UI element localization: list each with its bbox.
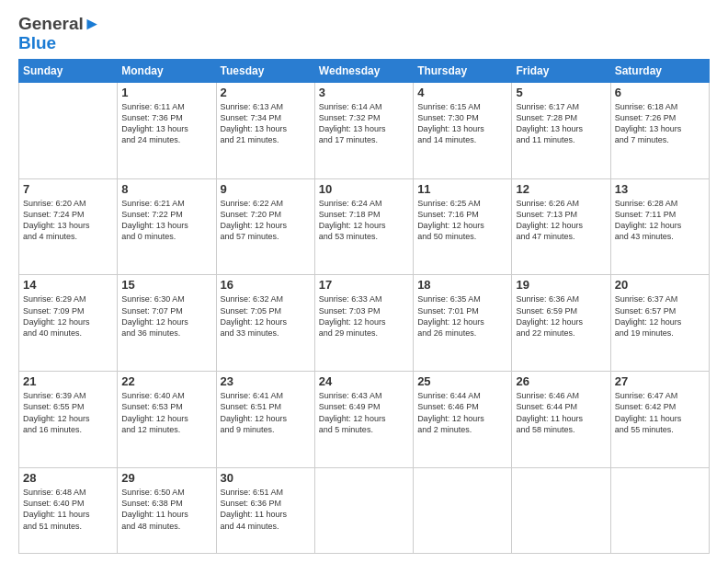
daylight-hours: Sunrise: 6:37 AM Sunset: 6:57 PM Dayligh… [615,293,705,339]
table-row [512,468,610,554]
day-number: 10 [319,182,409,196]
table-row: 1Sunrise: 6:11 AM Sunset: 7:36 PM Daylig… [118,82,216,178]
day-number: 5 [516,86,606,99]
daylight-hours: Sunrise: 6:50 AM Sunset: 6:38 PM Dayligh… [121,487,211,532]
table-row: 28Sunrise: 6:48 AM Sunset: 6:40 PM Dayli… [19,468,118,554]
col-saturday: Saturday [610,59,709,82]
table-row: 11Sunrise: 6:25 AM Sunset: 7:16 PM Dayli… [414,178,512,275]
col-tuesday: Tuesday [216,59,314,82]
day-number: 2 [221,86,311,99]
table-row: 19Sunrise: 6:36 AM Sunset: 6:59 PM Dayli… [512,275,610,372]
calendar-row-1: 7Sunrise: 6:20 AM Sunset: 7:24 PM Daylig… [19,178,710,275]
logo-line1: General► [18,15,101,34]
day-header-row: Sunday Monday Tuesday Wednesday Thursday… [19,59,710,82]
table-row [314,468,413,554]
day-number: 13 [615,182,705,196]
table-row: 17Sunrise: 6:33 AM Sunset: 7:03 PM Dayli… [314,275,413,372]
day-number: 14 [23,278,113,292]
calendar-table: Sunday Monday Tuesday Wednesday Thursday… [18,59,710,554]
table-row: 15Sunrise: 6:30 AM Sunset: 7:07 PM Dayli… [118,275,216,372]
col-friday: Friday [512,59,610,82]
day-number: 8 [121,182,211,196]
daylight-hours: Sunrise: 6:25 AM Sunset: 7:16 PM Dayligh… [417,198,507,243]
logo-line2: Blue [18,34,101,53]
table-row: 23Sunrise: 6:41 AM Sunset: 6:51 PM Dayli… [216,372,314,468]
table-row [19,82,118,178]
daylight-hours: Sunrise: 6:48 AM Sunset: 6:40 PM Dayligh… [23,487,113,532]
day-number: 17 [319,278,409,292]
daylight-hours: Sunrise: 6:28 AM Sunset: 7:11 PM Dayligh… [615,198,705,243]
day-number: 25 [417,374,507,388]
header: General► Blue [18,15,710,53]
day-number: 28 [23,471,113,485]
table-row: 8Sunrise: 6:21 AM Sunset: 7:22 PM Daylig… [118,178,216,275]
table-row: 2Sunrise: 6:13 AM Sunset: 7:34 PM Daylig… [216,82,314,178]
day-number: 9 [221,182,311,196]
day-number: 29 [121,471,211,485]
daylight-hours: Sunrise: 6:21 AM Sunset: 7:22 PM Dayligh… [121,198,211,243]
daylight-hours: Sunrise: 6:24 AM Sunset: 7:18 PM Dayligh… [319,198,409,243]
table-row: 6Sunrise: 6:18 AM Sunset: 7:26 PM Daylig… [610,82,709,178]
table-row: 25Sunrise: 6:44 AM Sunset: 6:46 PM Dayli… [414,372,512,468]
daylight-hours: Sunrise: 6:15 AM Sunset: 7:30 PM Dayligh… [417,101,507,146]
daylight-hours: Sunrise: 6:20 AM Sunset: 7:24 PM Dayligh… [23,198,113,243]
col-monday: Monday [118,59,216,82]
day-number: 23 [221,374,311,388]
table-row [610,468,709,554]
daylight-hours: Sunrise: 6:17 AM Sunset: 7:28 PM Dayligh… [516,101,606,146]
daylight-hours: Sunrise: 6:30 AM Sunset: 7:07 PM Dayligh… [121,293,211,339]
calendar-row-4: 28Sunrise: 6:48 AM Sunset: 6:40 PM Dayli… [19,468,710,554]
day-number: 22 [121,374,211,388]
daylight-hours: Sunrise: 6:29 AM Sunset: 7:09 PM Dayligh… [23,293,113,339]
day-number: 30 [221,471,311,485]
table-row: 4Sunrise: 6:15 AM Sunset: 7:30 PM Daylig… [414,82,512,178]
day-number: 20 [615,278,705,292]
day-number: 26 [516,374,606,388]
daylight-hours: Sunrise: 6:44 AM Sunset: 6:46 PM Dayligh… [417,390,507,435]
calendar-row-2: 14Sunrise: 6:29 AM Sunset: 7:09 PM Dayli… [19,275,710,372]
table-row: 13Sunrise: 6:28 AM Sunset: 7:11 PM Dayli… [610,178,709,275]
table-row: 29Sunrise: 6:50 AM Sunset: 6:38 PM Dayli… [118,468,216,554]
table-row: 24Sunrise: 6:43 AM Sunset: 6:49 PM Dayli… [314,372,413,468]
day-number: 3 [319,86,409,99]
logo: General► Blue [18,15,101,53]
daylight-hours: Sunrise: 6:51 AM Sunset: 6:36 PM Dayligh… [221,487,311,532]
daylight-hours: Sunrise: 6:32 AM Sunset: 7:05 PM Dayligh… [221,293,311,339]
table-row: 30Sunrise: 6:51 AM Sunset: 6:36 PM Dayli… [216,468,314,554]
page: General► Blue Sunday Monday Tuesday Wedn… [0,0,728,563]
table-row: 9Sunrise: 6:22 AM Sunset: 7:20 PM Daylig… [216,178,314,275]
day-number: 24 [319,374,409,388]
col-thursday: Thursday [414,59,512,82]
table-row: 5Sunrise: 6:17 AM Sunset: 7:28 PM Daylig… [512,82,610,178]
daylight-hours: Sunrise: 6:13 AM Sunset: 7:34 PM Dayligh… [221,101,311,146]
day-number: 19 [516,278,606,292]
day-number: 16 [221,278,311,292]
daylight-hours: Sunrise: 6:40 AM Sunset: 6:53 PM Dayligh… [121,390,211,435]
day-number: 11 [417,182,507,196]
daylight-hours: Sunrise: 6:14 AM Sunset: 7:32 PM Dayligh… [319,101,409,146]
day-number: 12 [516,182,606,196]
day-number: 4 [417,86,507,99]
col-sunday: Sunday [19,59,118,82]
calendar-row-3: 21Sunrise: 6:39 AM Sunset: 6:55 PM Dayli… [19,372,710,468]
table-row: 10Sunrise: 6:24 AM Sunset: 7:18 PM Dayli… [314,178,413,275]
day-number: 27 [615,374,705,388]
daylight-hours: Sunrise: 6:35 AM Sunset: 7:01 PM Dayligh… [417,293,507,339]
daylight-hours: Sunrise: 6:46 AM Sunset: 6:44 PM Dayligh… [516,390,606,435]
table-row: 21Sunrise: 6:39 AM Sunset: 6:55 PM Dayli… [19,372,118,468]
daylight-hours: Sunrise: 6:22 AM Sunset: 7:20 PM Dayligh… [221,198,311,243]
table-row [414,468,512,554]
table-row: 7Sunrise: 6:20 AM Sunset: 7:24 PM Daylig… [19,178,118,275]
table-row: 27Sunrise: 6:47 AM Sunset: 6:42 PM Dayli… [610,372,709,468]
calendar-row-0: 1Sunrise: 6:11 AM Sunset: 7:36 PM Daylig… [19,82,710,178]
daylight-hours: Sunrise: 6:33 AM Sunset: 7:03 PM Dayligh… [319,293,409,339]
table-row: 14Sunrise: 6:29 AM Sunset: 7:09 PM Dayli… [19,275,118,372]
table-row: 16Sunrise: 6:32 AM Sunset: 7:05 PM Dayli… [216,275,314,372]
daylight-hours: Sunrise: 6:18 AM Sunset: 7:26 PM Dayligh… [615,101,705,146]
daylight-hours: Sunrise: 6:41 AM Sunset: 6:51 PM Dayligh… [221,390,311,435]
day-number: 6 [615,86,705,99]
day-number: 18 [417,278,507,292]
daylight-hours: Sunrise: 6:36 AM Sunset: 6:59 PM Dayligh… [516,293,606,339]
daylight-hours: Sunrise: 6:11 AM Sunset: 7:36 PM Dayligh… [121,101,211,146]
table-row: 20Sunrise: 6:37 AM Sunset: 6:57 PM Dayli… [610,275,709,372]
